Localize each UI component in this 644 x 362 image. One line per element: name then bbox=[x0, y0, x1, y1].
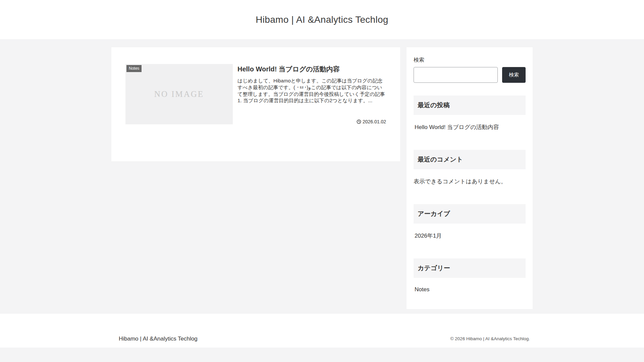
post-list-card: Notes NO IMAGE Hello World! 当ブログの活動内容 はじ… bbox=[111, 47, 400, 161]
category-link[interactable]: Notes bbox=[415, 286, 526, 293]
post-meta: 2026.01.02 bbox=[237, 119, 386, 124]
post-thumbnail[interactable]: Notes NO IMAGE bbox=[125, 64, 233, 124]
categories-heading: カテゴリー bbox=[414, 258, 526, 278]
search-input[interactable] bbox=[414, 67, 498, 83]
clock-icon bbox=[357, 119, 361, 124]
archives-widget: アーカイブ 2026年1月 bbox=[414, 204, 526, 246]
archives-heading: アーカイブ bbox=[414, 204, 526, 224]
post-title[interactable]: Hello World! 当ブログの活動内容 bbox=[237, 64, 386, 74]
footer-copyright: © 2026 Hibamo | AI &Analytics Techlog. bbox=[450, 336, 533, 342]
categories-widget: カテゴリー Notes bbox=[414, 258, 526, 299]
site-footer: Hibamo | AI &Analytics Techlog © 2026 Hi… bbox=[0, 314, 644, 348]
site-title[interactable]: Hibamo | AI &Analytics Techlog bbox=[256, 14, 388, 25]
post-excerpt: はじめまして、Hibamoと申します。この記事は当ブログの記念すべき最初の記事で… bbox=[237, 77, 386, 104]
main-section: Notes NO IMAGE Hello World! 当ブログの活動内容 はじ… bbox=[0, 39, 644, 314]
search-button[interactable]: 検索 bbox=[502, 67, 526, 83]
search-widget: 検索 検索 bbox=[414, 57, 526, 83]
recent-posts-heading: 最近の投稿 bbox=[414, 96, 526, 115]
sidebar: 検索 検索 最近の投稿 Hello World! 当ブログの活動内容 最近のコメ… bbox=[407, 47, 533, 309]
no-image-placeholder: NO IMAGE bbox=[154, 89, 204, 99]
bottom-strip bbox=[0, 348, 644, 362]
post-entry-body: Hello World! 当ブログの活動内容 はじめまして、Hibamoと申しま… bbox=[237, 64, 386, 124]
archive-link[interactable]: 2026年1月 bbox=[415, 232, 526, 240]
footer-site-title[interactable]: Hibamo | AI &Analytics Techlog bbox=[111, 336, 198, 342]
recent-comments-heading: 最近のコメント bbox=[414, 150, 526, 169]
recent-posts-widget: 最近の投稿 Hello World! 当ブログの活動内容 bbox=[414, 96, 526, 137]
search-label: 検索 bbox=[414, 57, 526, 64]
category-badge: Notes bbox=[126, 65, 142, 72]
recent-comments-widget: 最近のコメント 表示できるコメントはありません。 bbox=[414, 150, 526, 191]
post-entry[interactable]: Notes NO IMAGE Hello World! 当ブログの活動内容 はじ… bbox=[125, 64, 386, 124]
site-header: Hibamo | AI &Analytics Techlog bbox=[0, 0, 644, 39]
recent-post-link[interactable]: Hello World! 当ブログの活動内容 bbox=[415, 123, 526, 131]
recent-comments-empty-text: 表示できるコメントはありません。 bbox=[414, 178, 526, 185]
post-date: 2026.01.02 bbox=[363, 119, 386, 124]
